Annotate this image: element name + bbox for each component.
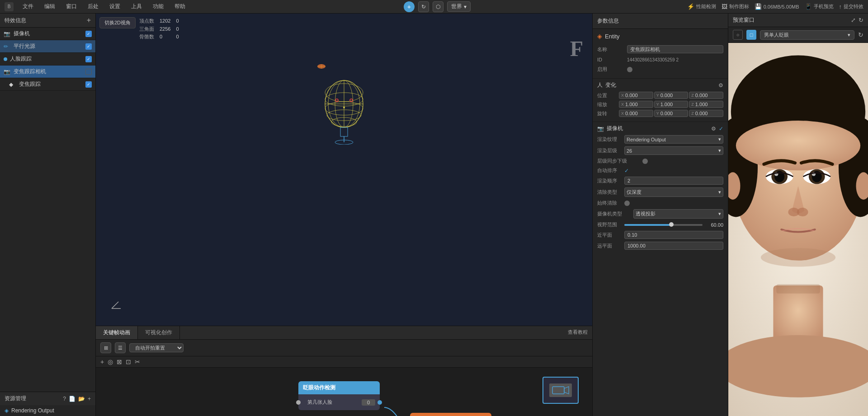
camera-settings-icon[interactable]: ⚙ — [711, 126, 716, 132]
tab-visualcreate[interactable]: 可视化创作 — [138, 326, 180, 339]
position-y[interactable]: Y 0.000 — [654, 92, 689, 99]
preview-mode-circle[interactable]: ○ — [733, 30, 743, 40]
entity-section: ◈ Entity 名称 ID 1443028661343305259 2 启用 — [593, 29, 728, 79]
record-icon: 🖼 — [722, 3, 727, 10]
viewport[interactable]: 切换2D视角 顶点数 1202 0 三角面 2256 0 骨 — [96, 14, 592, 326]
sidebar-parallel-check[interactable]: ✓ — [85, 43, 92, 50]
rot-x-axis: X — [621, 111, 624, 116]
clear-type-select[interactable]: 仅深度 ▾ — [624, 187, 723, 197]
sidebar-item-face-tracking[interactable]: 人脸跟踪 ✓ — [0, 53, 95, 65]
tab-keyframe[interactable]: 关键帧动画 — [96, 326, 138, 339]
save-button[interactable]: ⬡ — [433, 1, 443, 12]
sidebar-camera-check[interactable]: ✓ — [85, 31, 92, 37]
world-button[interactable]: 世界 ▾ — [447, 1, 471, 12]
param-name-input[interactable] — [627, 45, 723, 53]
mobile-button[interactable]: 📱 手机预览 — [805, 3, 834, 10]
menu-edit[interactable]: 编辑 — [42, 2, 57, 11]
layer-sync-toggle[interactable] — [642, 159, 648, 164]
menu-help[interactable]: 帮助 — [173, 2, 187, 11]
fov-slider-thumb[interactable] — [669, 222, 674, 227]
menu-window[interactable]: 窗口 — [64, 2, 79, 11]
sidebar-item-zoom-tracking[interactable]: ◆ 变焦跟踪 ✓ — [0, 78, 95, 91]
sidebar-zoom-camera-check[interactable] — [85, 69, 92, 75]
position-inputs: X 0.000 Y 0.000 Z 0.000 — [619, 92, 723, 99]
transform-settings-icon[interactable]: ⚙ — [718, 82, 723, 89]
svg-point-30 — [350, 99, 353, 102]
sidebar-face-check[interactable]: ✓ — [85, 56, 92, 62]
menu-file[interactable]: 文件 — [21, 2, 35, 11]
tl-grid-btn[interactable]: ⊞ — [100, 342, 111, 353]
perf-button[interactable]: ⚡ 性能检测 — [687, 3, 716, 10]
node-blink-input-port[interactable] — [296, 400, 301, 405]
enable-toggle[interactable] — [627, 67, 632, 72]
scale-x[interactable]: X 1.000 — [619, 101, 653, 108]
scale-z[interactable]: Z 1.000 — [689, 101, 723, 108]
camera-check-icon[interactable]: ✓ — [719, 126, 723, 132]
far-value[interactable]: 1000.00 — [624, 242, 723, 250]
sidebar-add-button[interactable]: + — [87, 16, 91, 24]
position-x[interactable]: X 0.000 — [619, 92, 653, 99]
add-button[interactable]: + — [404, 1, 415, 12]
menu-settings[interactable]: 设置 — [108, 2, 122, 11]
transform-row-rotation: 旋转 X 0.000 Y 0.000 Z 0.000 — [597, 110, 723, 117]
record-button[interactable]: 🖼 制作图标 — [722, 3, 749, 10]
rotation-y[interactable]: Y 0.000 — [654, 110, 689, 117]
asset-item-rendering[interactable]: ◈ Rendering Output — [0, 405, 95, 416]
menu-post[interactable]: 后处 — [86, 2, 100, 11]
asset-new-btn[interactable]: 📄 — [69, 396, 75, 402]
camera-section-icon: 📷 — [597, 126, 604, 132]
scale-y[interactable]: Y 1.000 — [654, 101, 689, 108]
camera-section: 📷 摄像机 ⚙ ✓ 渲染纹理 Rendering Output ▾ 渲染层级 — [593, 122, 728, 255]
render-order-value[interactable]: 2 — [624, 177, 723, 185]
switch-2d-button[interactable]: 切换2D视角 — [99, 17, 136, 28]
node-box-btn[interactable]: ⊠ — [117, 358, 122, 365]
rotation-x[interactable]: X 0.000 — [619, 110, 653, 117]
menu-functions[interactable]: 功能 — [151, 2, 165, 11]
node-add-btn[interactable]: + — [100, 358, 104, 365]
preview-mode-rect[interactable]: □ — [746, 30, 756, 40]
asset-add-btn[interactable]: + — [88, 396, 91, 402]
rot-y-axis: Y — [656, 111, 659, 116]
camera-type-select[interactable]: 透视投影 ▾ — [633, 209, 723, 219]
render-tex-select[interactable]: Rendering Output ▾ — [624, 135, 723, 144]
sidebar-zoom-tracking-check[interactable]: ✓ — [85, 81, 92, 88]
sidebar-item-zoom-camera[interactable]: 📷 变焦跟踪相机 — [0, 65, 95, 78]
transform-label: 变化 — [605, 81, 616, 89]
node-cut-btn[interactable]: ✂ — [135, 358, 140, 365]
refresh-button[interactable]: ↻ — [418, 1, 429, 12]
node-rect-btn[interactable]: ⊡ — [126, 358, 131, 365]
help-link[interactable]: 查看教程 — [563, 326, 592, 339]
f-orientation-icon: F — [570, 36, 583, 61]
entity-label: Entity — [605, 33, 620, 40]
preview-refresh-icon[interactable]: ↻ — [859, 17, 863, 23]
always-clear-toggle[interactable] — [624, 201, 630, 206]
triangle-zero: 0 — [173, 25, 181, 33]
tl-list-btn[interactable]: ☰ — [115, 342, 126, 353]
transform-icon: 人 — [597, 81, 603, 89]
menu-tools[interactable]: 上具 — [129, 2, 144, 11]
near-value[interactable]: 0.10 — [624, 231, 723, 239]
node-circle-btn[interactable]: ◎ — [108, 358, 113, 365]
node-blink-output-port[interactable] — [377, 400, 382, 405]
preview-refresh-btn[interactable]: ↻ — [858, 31, 863, 38]
preview-panel: 预览窗口 ⤢ ↻ ○ □ 男单人眨眼 ▾ ↻ — [728, 14, 868, 416]
parallel-light-icon: ✏ — [4, 43, 11, 50]
node-blink-face-value[interactable]: 0 — [362, 399, 375, 406]
sidebar-item-camera[interactable]: 📷 摄像机 ✓ — [0, 28, 95, 40]
auto-sort-check[interactable]: ✓ — [624, 168, 629, 174]
asset-help-btn[interactable]: ? — [63, 396, 66, 402]
camera-row-camera-type: 摄像机类型 透视投影 ▾ — [597, 209, 723, 219]
preview-subject-label: 男单人眨眼 — [764, 32, 789, 38]
sidebar-item-parallel-light[interactable]: ✏ 平行光源 ✓ — [0, 40, 95, 53]
render-layer-select[interactable]: 26 ▾ — [624, 146, 723, 155]
preview-subject-select[interactable]: 男单人眨眼 ▾ — [760, 30, 854, 40]
rotation-z[interactable]: Z 0.000 — [689, 110, 723, 117]
node-blink-detection: 眨眼动作检测 第几张人脸 0 — [298, 381, 380, 410]
auto-reset-select[interactable]: 自动开拍重置 — [129, 343, 184, 352]
node-area: 眨眼动作检测 第几张人脸 0 变焦跟踪相机 — [96, 368, 592, 416]
fov-slider-track[interactable] — [624, 224, 703, 226]
asset-folder-btn[interactable]: 📂 — [78, 396, 85, 402]
upload-button[interactable]: ↑ 提交特效 — [839, 3, 864, 10]
preview-expand-icon[interactable]: ⤢ — [851, 17, 856, 23]
position-z[interactable]: Z 0.000 — [689, 92, 723, 99]
